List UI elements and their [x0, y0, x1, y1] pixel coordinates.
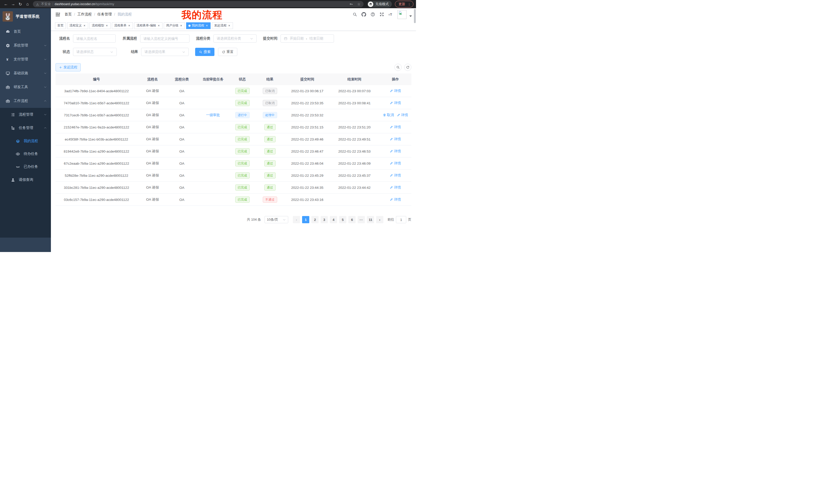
- breadcrumb-item[interactable]: 工作流程: [77, 12, 92, 17]
- detail-button[interactable]: 详情: [390, 89, 401, 93]
- browser-menu-icon[interactable]: ⋮: [408, 2, 411, 6]
- sidebar-subitem-1[interactable]: 任务管理: [0, 121, 51, 135]
- sidebar-collapse-icon[interactable]: [55, 12, 60, 17]
- close-icon[interactable]: ×: [157, 24, 160, 27]
- browser-home-icon[interactable]: ⌂: [24, 1, 31, 7]
- sidebar-item-4[interactable]: 研发工具: [0, 80, 51, 94]
- address-bar[interactable]: ⚠ 不安全 dashboard.yudao.iocoder.cn/bpm/tas…: [33, 1, 364, 7]
- tags-view-bar: 首页流程定义×流程模型×流程表单×流程表单-编辑×用户分组×我的流程×发起流程×: [51, 21, 416, 31]
- tab-6[interactable]: 我的流程×: [186, 22, 211, 29]
- browser-forward-icon[interactable]: →: [10, 1, 17, 7]
- close-icon[interactable]: ×: [180, 24, 183, 27]
- prev-page-button[interactable]: ‹: [293, 216, 300, 223]
- tab-5[interactable]: 用户分组×: [164, 22, 185, 29]
- sidebar-item-1[interactable]: 系统管理: [0, 38, 51, 52]
- row-actions: 详情: [390, 149, 401, 153]
- tab-2[interactable]: 流程模型×: [89, 22, 110, 29]
- avatar[interactable]: [397, 10, 407, 19]
- next-page-button[interactable]: ›: [376, 216, 383, 223]
- status-badge: 已完成: [235, 88, 250, 94]
- task-link[interactable]: 一级审批: [206, 113, 220, 117]
- page-button-5[interactable]: 5: [339, 216, 346, 223]
- search-icon[interactable]: [353, 12, 357, 17]
- page-button-6[interactable]: 6: [348, 216, 356, 223]
- browser-reload-icon[interactable]: ↻: [17, 1, 24, 7]
- start-process-button[interactable]: 发起流程: [55, 63, 81, 72]
- calendar-icon: [284, 37, 287, 40]
- browser-update-button[interactable]: 更新 ⋮: [395, 1, 413, 7]
- cancel-button[interactable]: 取消: [383, 113, 394, 117]
- sidebar-item-0[interactable]: 首页: [0, 25, 51, 38]
- status-badge: 已完成: [235, 172, 250, 178]
- search-button[interactable]: 搜索: [195, 48, 214, 56]
- close-icon[interactable]: ×: [228, 24, 231, 27]
- tab-3[interactable]: 流程表单×: [112, 22, 133, 29]
- avatar-caret-icon[interactable]: [409, 16, 412, 17]
- more-pages-button[interactable]: ···: [358, 216, 365, 223]
- sidebar-subitem-3[interactable]: 待办任务: [0, 147, 51, 160]
- scrollbar-thumb[interactable]: [414, 9, 416, 23]
- process-table: 编号流程名流程分类当前审批任务状态结果提交时间结束时间操作 3ad174fb-7…: [55, 74, 411, 206]
- sidebar-item-5[interactable]: 工作流程: [0, 94, 51, 108]
- sidebar-item-label: 支付管理: [14, 57, 44, 62]
- page-button-1[interactable]: 1: [302, 216, 309, 223]
- tab-0[interactable]: 首页: [55, 22, 66, 29]
- close-icon[interactable]: ×: [83, 24, 86, 27]
- date-range-picker[interactable]: 开始日期 - 结束日期: [281, 34, 334, 43]
- sidebar-subitem-4[interactable]: 已办任务: [0, 160, 51, 173]
- breadcrumb-item[interactable]: 首页: [64, 12, 72, 17]
- detail-button[interactable]: 详情: [390, 161, 401, 166]
- browser-back-icon[interactable]: ←: [3, 1, 9, 7]
- status-select[interactable]: 请选择状态: [73, 48, 117, 56]
- detail-button[interactable]: 详情: [390, 197, 401, 202]
- refresh-table-button[interactable]: [404, 64, 411, 71]
- annotation-text: 我的流程: [182, 8, 223, 22]
- sidebar-item-3[interactable]: 基础设施: [0, 66, 51, 80]
- page-button-2[interactable]: 2: [311, 216, 318, 223]
- detail-button[interactable]: 详情: [390, 149, 401, 153]
- detail-button[interactable]: 详情: [390, 125, 401, 130]
- result-badge: 通过: [264, 148, 276, 155]
- fullscreen-icon[interactable]: [380, 12, 384, 17]
- toggle-search-button[interactable]: [394, 64, 401, 71]
- page-size-select[interactable]: 10条/页: [265, 216, 288, 223]
- detail-button[interactable]: 详情: [390, 173, 401, 178]
- font-size-icon[interactable]: TT: [389, 12, 393, 17]
- svg-text:T: T: [389, 14, 390, 16]
- column-header-2: 流程分类: [167, 77, 196, 82]
- sidebar-subitem-2[interactable]: 我的流程: [0, 135, 51, 147]
- detail-button[interactable]: 详情: [390, 137, 401, 142]
- detail-button[interactable]: 详情: [397, 113, 408, 117]
- github-icon[interactable]: [362, 12, 366, 17]
- cell-actions: 详情: [379, 125, 411, 130]
- bookmark-star-icon[interactable]: ☆: [357, 2, 361, 6]
- process-name-input[interactable]: [73, 34, 116, 43]
- page-button-4[interactable]: 4: [330, 216, 337, 223]
- help-icon[interactable]: [370, 12, 375, 17]
- sidebar-subitem-5[interactable]: 请假查询: [0, 173, 51, 187]
- key-icon[interactable]: [349, 2, 353, 6]
- close-icon[interactable]: ×: [105, 24, 108, 27]
- detail-button[interactable]: 详情: [390, 101, 401, 105]
- goto-page-input[interactable]: [396, 216, 406, 223]
- incognito-label: 无痕模式: [375, 2, 389, 6]
- close-icon[interactable]: ×: [205, 24, 208, 27]
- page-button-11[interactable]: 11: [367, 216, 374, 223]
- tab-1[interactable]: 流程定义×: [67, 22, 88, 29]
- sidebar-item-2[interactable]: ¥支付管理: [0, 52, 51, 66]
- reset-button[interactable]: 重置: [218, 48, 237, 56]
- filter-process-name: 流程名: [55, 34, 116, 43]
- status-badge: 已完成: [235, 124, 250, 130]
- result-select[interactable]: 请选择流结果: [141, 48, 189, 56]
- page-button-3[interactable]: 3: [321, 216, 328, 223]
- close-icon[interactable]: ×: [128, 24, 131, 27]
- process-definition-input[interactable]: [140, 34, 189, 43]
- tab-4[interactable]: 流程表单-编辑×: [134, 22, 162, 29]
- detail-button[interactable]: 详情: [390, 185, 401, 190]
- sidebar-subitem-0[interactable]: 流程管理: [0, 108, 51, 121]
- cell-process-name: OA 请假: [137, 113, 167, 117]
- breadcrumb-item[interactable]: 任务管理: [98, 12, 112, 17]
- category-select[interactable]: 请选择流程分类: [213, 34, 257, 43]
- logo-image: 🐰: [3, 11, 13, 22]
- tab-7[interactable]: 发起流程×: [212, 22, 233, 29]
